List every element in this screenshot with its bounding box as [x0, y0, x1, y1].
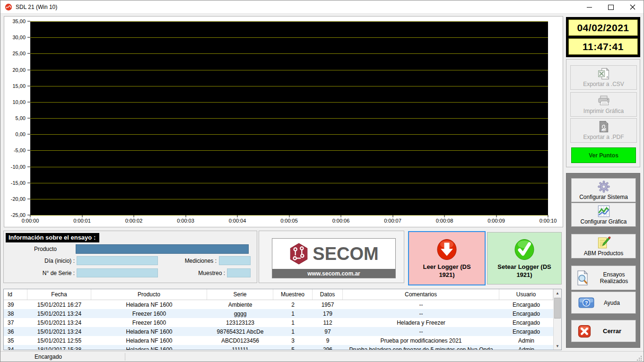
setear-logger-label: Setear Logger (DS 1921)	[496, 263, 553, 279]
ver-puntos-button[interactable]: Ver Puntos	[571, 147, 636, 163]
app-window: SDL 21 (Win 10) 35,0030,0025,0020,0015,0…	[0, 0, 644, 362]
table-cell: Heladera NF 1600	[91, 336, 207, 345]
table-cell: Heladera NF 1600	[91, 345, 207, 350]
plot-area[interactable]	[30, 21, 548, 215]
datetime-display: 04/02/2021 11:47:41	[566, 17, 640, 57]
export-pdf-button[interactable]: PDF Exportar a .PDF	[570, 118, 637, 143]
table-row[interactable]: 3615/01/2021 13:24Heladera NF 1600987654…	[4, 327, 553, 336]
table-scrollbar[interactable]: ▲ ▼	[553, 289, 561, 350]
producto-combo[interactable]	[76, 244, 249, 254]
column-header[interactable]: Comentarios	[343, 289, 499, 300]
printer-icon	[597, 95, 610, 107]
column-header[interactable]: Muestreo	[273, 289, 313, 300]
table-cell: Admin	[499, 336, 553, 345]
date-display: 04/02/2021	[568, 19, 638, 36]
cerrar-button[interactable]: Cerrar	[571, 320, 636, 342]
close-button[interactable]	[622, 0, 644, 14]
configurar-sistema-button[interactable]: Configurar Sistema	[571, 178, 636, 202]
scroll-down-button[interactable]: ▼	[554, 342, 561, 350]
table-cell: 35	[4, 336, 27, 345]
check-circle-icon	[513, 238, 536, 261]
close-x-icon	[577, 324, 592, 338]
column-header[interactable]: Fecha	[27, 289, 91, 300]
table-cell: 15/01/2021 13:24	[27, 318, 91, 327]
table-row[interactable]: 3715/01/2021 13:24Freezer 16001231231231…	[4, 318, 553, 327]
export-csv-button[interactable]: a, Exportar a .CSV	[570, 65, 637, 90]
x-tick-mark	[289, 215, 289, 217]
x-tick-label: 0:00:00	[22, 218, 39, 224]
y-tick-label: 10,00	[12, 99, 26, 105]
dia-inicio-field[interactable]	[77, 256, 158, 265]
app-icon	[5, 3, 12, 11]
abm-productos-button[interactable]: ABM Productos	[571, 234, 636, 259]
table-cell: 1	[273, 327, 313, 336]
ayuda-button[interactable]: ? Ayuda	[571, 292, 636, 314]
table-cell: 1	[273, 309, 313, 318]
x-tick-mark	[237, 215, 238, 217]
y-tick-mark	[27, 69, 30, 70]
table-cell: 34	[4, 345, 27, 350]
maximize-button[interactable]	[600, 0, 622, 14]
table-cell: 15/01/2021 13:24	[27, 327, 91, 336]
export-pdf-label: Exportar a .PDF	[583, 134, 624, 140]
y-tick-mark	[27, 198, 30, 199]
y-tick-mark	[27, 102, 30, 102]
y-tick-label: 0,00	[16, 131, 26, 137]
table-row[interactable]: 3815/01/2021 13:24Freezer 1600gggg1179--…	[4, 309, 553, 318]
x-tick-label: 0:00:07	[384, 218, 401, 224]
x-tick-mark	[444, 215, 445, 217]
mediciones-field[interactable]	[219, 256, 251, 265]
column-header[interactable]: Id	[4, 289, 27, 300]
table-row[interactable]: 3915/01/2021 16:27Heladera NF 1600Ambien…	[4, 300, 553, 309]
serie-field[interactable]	[77, 268, 158, 277]
table-cell: Ambiente	[207, 300, 273, 309]
gridline-horizontal	[30, 199, 548, 199]
status-user-label: Encargado	[35, 353, 62, 360]
minimize-button[interactable]	[578, 0, 600, 14]
setear-logger-button[interactable]: Setear Logger (DS 1921)	[487, 232, 562, 284]
table-row[interactable]: 3515/01/2021 12:55Heladera NF 1600ABCD01…	[4, 336, 553, 345]
table-cell: Freezer 1600	[91, 309, 207, 318]
table-cell: Heladera NF 1600	[91, 327, 207, 336]
resize-grip[interactable]	[636, 355, 642, 361]
x-tick-label: 0:00:01	[73, 218, 91, 224]
chart-panel: 35,0030,0025,0020,0015,0010,005,000,00-5…	[4, 16, 563, 227]
y-tick-mark	[27, 37, 30, 38]
configurar-grafica-button[interactable]: Configurar Gráfica	[571, 203, 636, 227]
print-graph-button[interactable]: Imprimir Gráfica	[570, 92, 637, 117]
table-row[interactable]: 3418/10/2017 15:38Heladera NF 1600111111…	[4, 345, 553, 350]
muestreo-field[interactable]	[227, 268, 251, 277]
scroll-thumb[interactable]	[554, 298, 561, 319]
column-header[interactable]: Usuario	[499, 289, 553, 300]
table-cell: 123123123	[207, 318, 273, 327]
column-header[interactable]: Producto	[91, 289, 207, 300]
column-header[interactable]: Serie	[207, 289, 273, 300]
logo-panel: SECOM www.secom.com.ar	[259, 231, 404, 283]
x-tick-mark	[341, 215, 341, 217]
column-header[interactable]: Datos	[313, 289, 343, 300]
table-cell: gggg	[207, 309, 273, 318]
side-menu-panel: Configurar Sistema Configurar Gráfica	[566, 173, 640, 348]
y-tick-mark	[27, 21, 30, 22]
notepad-pencil-icon	[597, 236, 611, 250]
y-axis-labels: 35,0030,0025,0020,0015,0010,005,000,00-5…	[4, 21, 30, 215]
svg-text:?: ?	[585, 300, 588, 306]
table-cell: 987654321 AbcDe	[207, 327, 273, 336]
table-cell: Prueba heladera con freezer de 5 minutos…	[343, 345, 499, 350]
table-content[interactable]: IdFechaProductoSerieMuestreoDatosComenta…	[4, 289, 553, 350]
status-divider	[125, 353, 125, 361]
y-tick-label: 25,00	[12, 51, 26, 56]
gridline-horizontal	[30, 102, 548, 103]
gridline-horizontal	[30, 53, 548, 54]
x-tick-mark	[496, 215, 496, 217]
table-cell: 112	[313, 318, 343, 327]
leer-logger-button[interactable]: Leer Logger (DS 1921)	[408, 231, 486, 285]
table-cell: 39	[4, 300, 27, 309]
x-tick-label: 0:00:10	[540, 218, 557, 224]
table-cell: --	[343, 327, 499, 336]
ensayos-realizados-button[interactable]: Ensayos Realizados	[571, 266, 636, 290]
gridline-horizontal	[30, 70, 548, 70]
scroll-up-button[interactable]: ▲	[554, 289, 561, 297]
table-cell: Admin	[499, 345, 553, 350]
table-cell: 18/10/2017 15:38	[27, 345, 91, 350]
